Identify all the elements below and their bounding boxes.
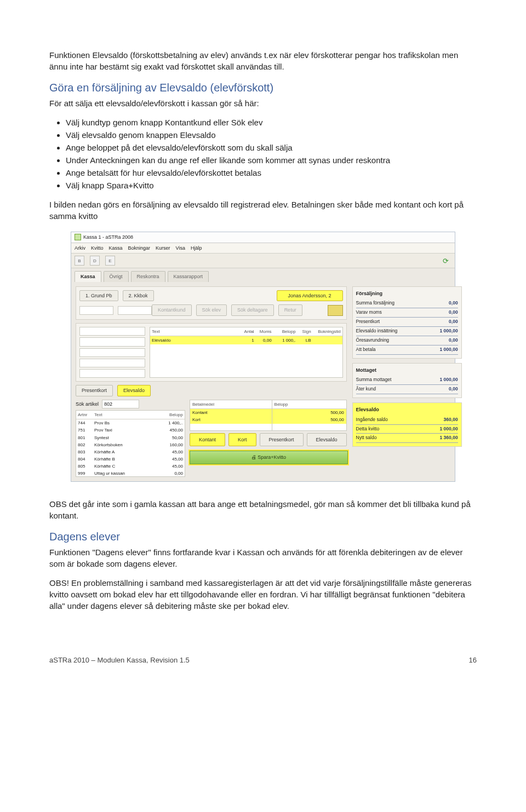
presentkort-button[interactable]: Presentkort: [76, 385, 113, 396]
sok-deltagare-button[interactable]: Sök deltagare: [231, 304, 274, 316]
bullet-item: Välj elevsaldo genom knappen Elevsaldo: [66, 129, 477, 141]
app-screenshot: Kassa 1 - aSTRa 2008 Arkiv Kvitto Kassa …: [71, 232, 455, 482]
line-header: Text Antal Moms Belopp Sign Bokningstid: [150, 327, 342, 336]
section-title-dagens-elever: Dagens elever: [49, 529, 477, 544]
section2-body: Funktionen "Dagens elever" finns fortfar…: [49, 546, 477, 569]
truck-icon: [328, 305, 343, 316]
table-row[interactable]: 805Körhäfte C45,00: [76, 463, 185, 470]
bullet-item: Välj knapp Spara+Kvitto: [66, 180, 477, 191]
table-row[interactable]: 751Prov Taxi450,00: [76, 427, 185, 434]
obs-paragraph-2: OBS! En problemställning i samband med k…: [49, 577, 477, 612]
payment-table[interactable]: Betalmedel Kontant Kort Belopp 500,00 50…: [190, 400, 347, 431]
menu-bar[interactable]: Arkiv Kvitto Kassa Bokningar Kurser Visa…: [71, 243, 455, 254]
page-footer: aSTRa 2010 – Modulen Kassa, Revision 1.5…: [49, 655, 477, 665]
table-row[interactable]: 802Körkortsboken160,00: [76, 441, 185, 448]
bullet-item: Under Anteckningen kan du ange ref eller…: [66, 154, 477, 166]
bullet-item: Ange betalsätt för hur elevsaldo/elevför…: [66, 167, 477, 178]
menu-item[interactable]: Visa: [176, 245, 185, 252]
elevsaldo-pay-button[interactable]: Elevsaldo: [307, 433, 347, 447]
menu-item[interactable]: Kassa: [109, 245, 123, 252]
kort-button[interactable]: Kort: [228, 433, 256, 447]
menu-item[interactable]: Hjälp: [191, 245, 202, 252]
toolbar: B D E ⟳: [71, 254, 455, 268]
window-title: Kassa 1 - aSTRa 2008: [83, 234, 133, 241]
section-lead: För att sälja ett elevsaldo/elevförskott…: [49, 97, 477, 109]
kkbok-button[interactable]: 2. Kkbok: [123, 290, 154, 302]
empty-input[interactable]: [79, 359, 145, 367]
refresh-icon[interactable]: ⟳: [443, 256, 451, 265]
after-bullets-paragraph: I bilden nedan görs en försäljning av el…: [49, 199, 477, 222]
spara-kvitto-button[interactable]: 🖨 Spara+Kvitto: [190, 451, 348, 464]
tabs-row: Kassa Övrigt Reskontra Kassarapport: [71, 268, 455, 282]
sok-elev-button[interactable]: Sök elev: [196, 304, 227, 316]
articles-table[interactable]: Artnr Text Belopp 744Prov Bs1 400,.. 751…: [76, 410, 185, 477]
elevsaldo-panel: Elevsaldo Ingående saldo360,00 Detta kvi…: [352, 402, 462, 447]
tab-ovrigt[interactable]: Övrigt: [104, 271, 129, 282]
window-titlebar[interactable]: Kassa 1 - aSTRa 2008: [71, 232, 455, 243]
empty-input[interactable]: [118, 306, 152, 315]
section-title-elevsaldo: Göra en försäljning av Elevsaldo (elevfö…: [49, 80, 477, 95]
forsaljning-panel: Försäljning Summa försäljning0,00 Varav …: [352, 286, 462, 359]
bullet-list: Välj kundtyp genom knapp Kontantkund ell…: [66, 117, 477, 191]
retur-button[interactable]: Retur: [278, 304, 302, 316]
presentkort-pay-button[interactable]: Presentkort: [260, 433, 304, 447]
page-number: 16: [469, 655, 477, 665]
sok-artikel-input[interactable]: 802: [102, 400, 139, 408]
kontantkund-button[interactable]: Kontantkund: [152, 304, 192, 316]
empty-input[interactable]: [79, 306, 113, 315]
empty-input[interactable]: [79, 348, 145, 357]
table-row[interactable]: 999Uttag ur kassan0,00: [76, 470, 185, 477]
grundpb-button[interactable]: 1. Grund Pb: [79, 290, 118, 302]
empty-input[interactable]: [79, 337, 145, 346]
tab-kassarapport[interactable]: Kassarapport: [168, 271, 209, 282]
empty-input[interactable]: [79, 369, 145, 378]
menu-item[interactable]: Bokningar: [128, 245, 151, 252]
toolbar-button[interactable]: D: [90, 256, 100, 266]
mottaget-panel: Mottaget Summa mottaget1 000,00 Åter kun…: [352, 363, 462, 398]
table-row[interactable]: 803Körhäfte A45,00: [76, 448, 185, 456]
table-row[interactable]: 804Körhäfte B45,00: [76, 456, 185, 463]
menu-item[interactable]: Arkiv: [75, 245, 85, 252]
table-row[interactable]: 744Prov Bs1 400,..: [76, 419, 185, 427]
empty-input[interactable]: [79, 327, 145, 336]
tab-kassa[interactable]: Kassa: [75, 271, 101, 282]
app-icon: [75, 234, 81, 240]
footer-left: aSTRa 2010 – Modulen Kassa, Revision 1.5: [49, 655, 190, 665]
sok-artikel-label: Sök artikel: [76, 401, 99, 408]
toolbar-button[interactable]: E: [105, 256, 115, 266]
menu-item[interactable]: Kvitto: [91, 245, 104, 252]
bullet-item: Välj kundtyp genom knapp Kontantkund ell…: [66, 117, 477, 128]
print-icon: 🖨: [251, 454, 256, 460]
top-button-box: 1. Grund Pb 2. Kkbok Jonas Andersson, 2 …: [76, 286, 347, 320]
line-row[interactable]: Elevsaldo 1 0,00 1 000,. LB: [150, 336, 342, 344]
elevsaldo-button[interactable]: Elevsaldo: [117, 385, 151, 396]
toolbar-button[interactable]: B: [75, 256, 84, 266]
bullet-item: Ange beloppet på det elevsaldo/elevförsk…: [66, 142, 477, 153]
intro-paragraph: Funktionen Elevsaldo (förskottsbetalning…: [49, 49, 477, 72]
kontant-button[interactable]: Kontant: [190, 433, 225, 447]
menu-item[interactable]: Kurser: [156, 245, 170, 252]
obs-paragraph-1: OBS det går inte som i gamla kassan att …: [49, 498, 477, 521]
table-row[interactable]: 801Syntest50,00: [76, 434, 185, 441]
tab-reskontra[interactable]: Reskontra: [131, 271, 165, 282]
customer-badge[interactable]: Jonas Andersson, 2: [277, 290, 343, 302]
